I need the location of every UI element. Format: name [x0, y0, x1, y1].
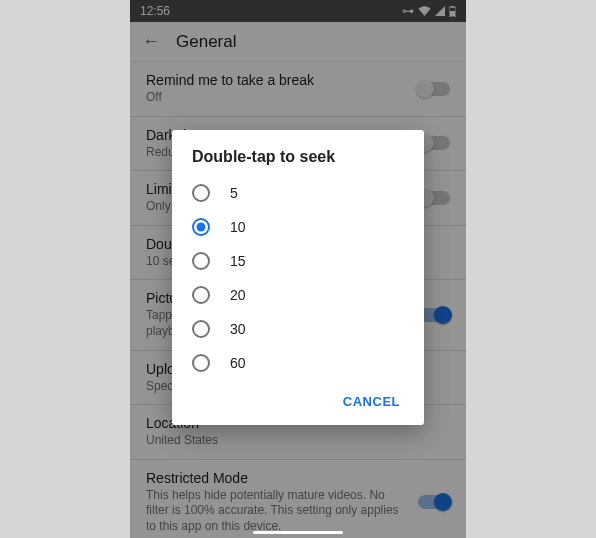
radio-option[interactable]: 15: [172, 244, 424, 278]
radio-label: 15: [230, 253, 246, 269]
radio-label: 5: [230, 185, 238, 201]
radio-icon: [192, 354, 210, 372]
radio-label: 60: [230, 355, 246, 371]
radio-icon: [192, 320, 210, 338]
radio-option[interactable]: 20: [172, 278, 424, 312]
nav-handle[interactable]: [253, 531, 343, 534]
radio-option[interactable]: 5: [172, 176, 424, 210]
radio-label: 30: [230, 321, 246, 337]
radio-option[interactable]: 60: [172, 346, 424, 380]
phone-frame: 12:56 ⊶ ← General Remind me to take a br…: [130, 0, 466, 538]
radio-icon: [192, 286, 210, 304]
radio-group: 51015203060: [172, 176, 424, 380]
seek-dialog: Double-tap to seek 51015203060 CANCEL: [172, 130, 424, 425]
radio-label: 20: [230, 287, 246, 303]
radio-icon: [192, 184, 210, 202]
dialog-title: Double-tap to seek: [172, 148, 424, 176]
radio-option[interactable]: 10: [172, 210, 424, 244]
radio-label: 10: [230, 219, 246, 235]
radio-icon: [192, 218, 210, 236]
dialog-actions: CANCEL: [172, 380, 424, 419]
radio-option[interactable]: 30: [172, 312, 424, 346]
cancel-button[interactable]: CANCEL: [335, 388, 408, 415]
radio-icon: [192, 252, 210, 270]
